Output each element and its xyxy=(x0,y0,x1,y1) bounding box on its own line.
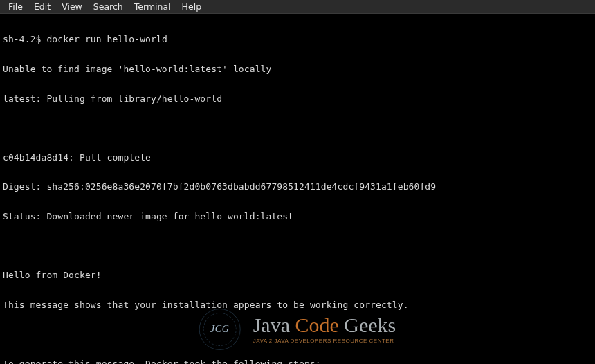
output-line xyxy=(3,242,592,251)
shell-prompt: sh-4.2$ xyxy=(3,34,46,44)
output-line: latest: Pulling from library/hello-world xyxy=(3,94,592,104)
menu-view[interactable]: View xyxy=(56,0,88,13)
output-line: To generate this message, Docker took th… xyxy=(3,359,592,364)
output-line xyxy=(3,123,592,133)
output-line: Digest: sha256:0256e8a36e2070f7bf2d0b076… xyxy=(3,182,592,192)
output-line: c04b14da8d14: Pull complete xyxy=(3,153,592,163)
terminal-output[interactable]: sh-4.2$ docker run hello-world Unable to… xyxy=(0,14,595,364)
menu-search[interactable]: Search xyxy=(88,0,129,13)
menu-file[interactable]: File xyxy=(3,0,28,13)
output-line: Status: Downloaded newer image for hello… xyxy=(3,212,592,221)
output-line: This message shows that your installatio… xyxy=(3,300,592,310)
output-line: Unable to find image 'hello-world:latest… xyxy=(3,64,592,74)
output-line xyxy=(3,329,592,339)
entered-command: docker run hello-world xyxy=(46,34,167,44)
menubar: File Edit View Search Terminal Help xyxy=(0,0,595,14)
output-line: Hello from Docker! xyxy=(3,271,592,280)
command-line: sh-4.2$ docker run hello-world xyxy=(3,35,592,44)
menu-terminal[interactable]: Terminal xyxy=(129,0,176,13)
menu-edit[interactable]: Edit xyxy=(28,0,56,13)
menu-help[interactable]: Help xyxy=(176,0,208,13)
